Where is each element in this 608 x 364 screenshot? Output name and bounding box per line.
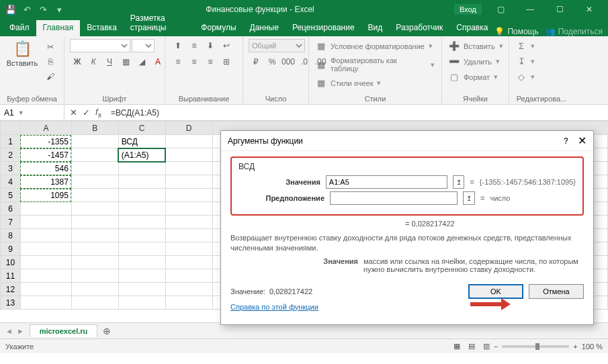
row-header[interactable]: 8 bbox=[1, 229, 21, 242]
row-header[interactable]: 6 bbox=[1, 202, 21, 216]
select-all-corner[interactable] bbox=[1, 122, 21, 135]
col-header-d[interactable]: D bbox=[165, 122, 212, 135]
cell[interactable] bbox=[165, 189, 212, 202]
function-help-link[interactable]: Справка по этой функции bbox=[230, 303, 318, 311]
cell[interactable] bbox=[20, 242, 71, 256]
tab-developer[interactable]: Разработчик bbox=[389, 20, 449, 36]
sheet-nav-prev-icon[interactable]: ◄ bbox=[5, 327, 13, 335]
comma-icon[interactable]: 000 bbox=[281, 55, 296, 69]
autosum-button[interactable]: Σ▾ bbox=[515, 40, 536, 52]
ok-button[interactable]: OK bbox=[468, 284, 523, 299]
maximize-icon[interactable]: ☐ bbox=[545, 0, 574, 19]
cell[interactable]: ВСД bbox=[118, 135, 165, 148]
delete-cells-button[interactable]: ➖Удалить▾ bbox=[447, 56, 505, 67]
align-right-icon[interactable]: ≡ bbox=[203, 55, 218, 69]
row-header[interactable]: 12 bbox=[1, 283, 21, 296]
tab-insert[interactable]: Вставка bbox=[80, 20, 124, 36]
cell[interactable] bbox=[20, 283, 71, 296]
format-table-button[interactable]: ▦Форматировать как таблицу▾ bbox=[314, 56, 436, 73]
accept-formula-icon[interactable]: ✓ bbox=[83, 107, 90, 118]
tab-home[interactable]: Главная bbox=[36, 20, 81, 36]
currency-icon[interactable]: ₽ bbox=[249, 55, 263, 69]
format-cells-button[interactable]: ▢Формат▾ bbox=[447, 71, 505, 83]
align-center-icon[interactable]: ≡ bbox=[187, 55, 202, 69]
zoom-slider[interactable] bbox=[502, 345, 569, 348]
cell[interactable] bbox=[118, 283, 165, 296]
copy-icon[interactable]: ⎘ bbox=[43, 55, 58, 69]
cell[interactable] bbox=[165, 148, 212, 162]
fill-button[interactable]: ↧▾ bbox=[515, 56, 536, 67]
arg1-range-picker-icon[interactable]: ↥ bbox=[453, 175, 464, 189]
merge-icon[interactable]: ⊞ bbox=[219, 55, 234, 69]
cell[interactable] bbox=[71, 189, 118, 202]
cell[interactable] bbox=[165, 175, 212, 189]
font-family-select[interactable] bbox=[70, 39, 130, 52]
italic-icon[interactable]: К bbox=[86, 55, 101, 69]
row-header[interactable]: 3 bbox=[1, 162, 21, 175]
cell[interactable] bbox=[20, 256, 71, 269]
tab-review[interactable]: Рецензирование bbox=[286, 20, 361, 36]
cell[interactable] bbox=[118, 242, 165, 256]
row-header[interactable]: 11 bbox=[1, 269, 21, 283]
align-mid-icon[interactable]: ≡ bbox=[187, 39, 202, 52]
cell[interactable] bbox=[165, 256, 212, 269]
align-left-icon[interactable]: ≡ bbox=[171, 55, 185, 69]
align-bot-icon[interactable]: ⬇ bbox=[203, 39, 218, 52]
cell[interactable] bbox=[71, 242, 118, 256]
redo-icon[interactable]: ↷ bbox=[36, 3, 50, 16]
close-icon[interactable]: ✕ bbox=[574, 0, 604, 19]
cell[interactable] bbox=[71, 135, 118, 148]
cell[interactable] bbox=[165, 242, 212, 256]
bold-icon[interactable]: Ж bbox=[70, 55, 85, 69]
cell[interactable] bbox=[165, 135, 212, 148]
cell[interactable] bbox=[118, 296, 165, 310]
cancel-formula-icon[interactable]: ✕ bbox=[70, 107, 77, 118]
fontcolor-icon[interactable]: A bbox=[150, 55, 165, 69]
name-box[interactable]: A1 ▼ bbox=[0, 105, 64, 120]
cell[interactable] bbox=[20, 296, 71, 310]
cell[interactable] bbox=[165, 229, 212, 242]
undo-icon[interactable]: ↶ bbox=[20, 3, 34, 16]
add-sheet-icon[interactable]: ⊕ bbox=[97, 326, 116, 336]
font-size-select[interactable] bbox=[132, 39, 155, 52]
underline-icon[interactable]: Ч bbox=[102, 55, 117, 69]
view-layout-icon[interactable]: ▤ bbox=[464, 342, 479, 351]
tab-data[interactable]: Данные bbox=[243, 20, 286, 36]
cell[interactable] bbox=[165, 283, 212, 296]
sheet-nav-next-icon[interactable]: ► bbox=[17, 327, 24, 335]
row-header[interactable]: 1 bbox=[1, 135, 21, 148]
row-header[interactable]: 5 bbox=[1, 189, 21, 202]
cell[interactable] bbox=[165, 162, 212, 175]
cell[interactable] bbox=[118, 216, 165, 229]
cell[interactable] bbox=[118, 229, 165, 242]
fx-icon[interactable]: fx bbox=[95, 107, 101, 119]
cell[interactable] bbox=[20, 229, 71, 242]
col-header-b[interactable]: B bbox=[71, 122, 118, 135]
autosave-icon[interactable]: 💾 bbox=[4, 3, 17, 16]
tellme[interactable]: 💡Помощь bbox=[494, 27, 538, 36]
arg2-range-picker-icon[interactable]: ↥ bbox=[463, 191, 475, 205]
cell[interactable] bbox=[71, 148, 118, 162]
col-header-c[interactable]: C bbox=[118, 122, 165, 135]
cell[interactable]: 546 bbox=[20, 162, 71, 175]
cell[interactable] bbox=[71, 175, 118, 189]
row-header[interactable]: 7 bbox=[1, 216, 21, 229]
cell[interactable]: -1355 bbox=[20, 135, 71, 148]
cell[interactable] bbox=[118, 269, 165, 283]
cell[interactable] bbox=[71, 296, 118, 310]
qat-dropdown-icon[interactable]: ▾ bbox=[52, 3, 66, 16]
cell[interactable] bbox=[71, 269, 118, 283]
arg1-input[interactable] bbox=[326, 175, 447, 189]
formatpainter-icon[interactable]: 🖌 bbox=[43, 70, 58, 83]
ribbon-display-icon[interactable]: ▢ bbox=[486, 0, 515, 19]
cell[interactable] bbox=[20, 269, 71, 283]
number-format-select[interactable]: Общий bbox=[249, 39, 305, 52]
tab-view[interactable]: Вид bbox=[361, 20, 390, 36]
cell[interactable]: (A1:A5) bbox=[118, 148, 165, 162]
minimize-icon[interactable]: — bbox=[515, 0, 545, 19]
zoom-out-icon[interactable]: − bbox=[494, 343, 498, 351]
arg2-input[interactable] bbox=[330, 191, 458, 205]
cell[interactable] bbox=[71, 283, 118, 296]
tab-file[interactable]: Файл bbox=[3, 20, 36, 36]
cell[interactable] bbox=[165, 269, 212, 283]
